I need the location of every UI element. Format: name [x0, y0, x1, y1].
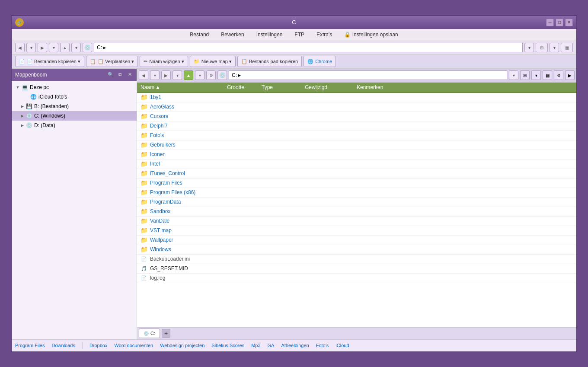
copy-button[interactable]: 📄 📄 Bestanden kopiëren ▾: [15, 56, 84, 67]
folder-icon: 📁: [141, 246, 147, 253]
file-row[interactable]: 📁 1by1: [137, 93, 576, 102]
back-dropdown-file[interactable]: ▾: [150, 70, 160, 80]
file-row[interactable]: 📁 Foto's: [137, 131, 576, 140]
refresh-file[interactable]: ⚙: [206, 70, 216, 80]
file-row[interactable]: 📄 log.log: [137, 274, 576, 283]
file-row[interactable]: 📁 ProgramData: [137, 198, 576, 207]
sidebar-item-icloud[interactable]: ▶ 🌐 iCloud-foto's: [12, 92, 137, 102]
forward-dropdown-file[interactable]: ▾: [173, 70, 182, 80]
view-split-top[interactable]: ▦: [561, 43, 573, 52]
address-dropdown-top[interactable]: ▾: [524, 43, 534, 52]
menu-bewerken[interactable]: Bewerken: [218, 31, 246, 38]
address-input-top[interactable]: [94, 43, 523, 52]
bookmark-sibelius-scores[interactable]: Sibelius Scores: [211, 343, 244, 348]
file-row[interactable]: 📁 Gebruikers: [137, 140, 576, 150]
up-button-file[interactable]: ▲: [184, 70, 193, 80]
up-dropdown-file[interactable]: ▾: [195, 70, 205, 80]
forward-dropdown-top[interactable]: ▾: [49, 43, 58, 52]
bookmark-downloads[interactable]: Downloads: [51, 343, 75, 348]
file-row[interactable]: 📁 Sandbox: [137, 207, 576, 217]
sidebar-item-b-drive[interactable]: ▶ 💾 B: (Bestanden): [12, 102, 137, 111]
forward-button-top[interactable]: ▶: [38, 43, 47, 52]
menu-instellingen[interactable]: Instellingen: [254, 31, 285, 38]
view-icons-btn[interactable]: ⊞: [520, 70, 530, 80]
copy-path-button[interactable]: 📋 Bestands-pad kopiëren: [237, 56, 302, 67]
file-row[interactable]: 📁 Windows: [137, 245, 576, 255]
sidebar-tree: ▼ 💻 Deze pc ▶ 🌐 iCloud-foto's ▶ 💾 B: (Be…: [12, 81, 137, 339]
bookmark-icloud[interactable]: iCloud: [336, 343, 349, 348]
sidebar-item-d-drive[interactable]: ▶ 💿 D: (Data): [12, 121, 137, 130]
maximize-button[interactable]: □: [556, 19, 563, 26]
col-header-name[interactable]: Naam ▲: [141, 84, 227, 90]
bookmark-ga[interactable]: GA: [268, 343, 275, 348]
sidebar-item-deze-pc[interactable]: ▼ 💻 Deze pc: [12, 83, 137, 92]
bookmark-program-files[interactable]: Program Files: [15, 343, 45, 348]
bookmark-webdesign-projecten[interactable]: Webdesign projecten: [160, 343, 205, 348]
menu-ftp[interactable]: FTP: [292, 31, 307, 38]
close-button[interactable]: ✕: [565, 19, 573, 26]
menu-bestand[interactable]: Bestand: [187, 31, 211, 38]
back-button-file[interactable]: ◀: [139, 70, 148, 80]
file-row[interactable]: 📁 VST map: [137, 226, 576, 236]
minimize-button[interactable]: ─: [546, 19, 554, 26]
back-button-top[interactable]: ◀: [15, 43, 25, 52]
file-row[interactable]: 📁 Cursors: [137, 112, 576, 121]
back-dropdown-top[interactable]: ▾: [26, 43, 36, 52]
col-header-size[interactable]: Grootte: [227, 84, 262, 90]
folder-icon: 📁: [141, 189, 147, 196]
app-icon: 🔗: [15, 18, 24, 27]
add-tab-button[interactable]: +: [162, 329, 170, 338]
tree-arrow-b: ▶: [19, 104, 25, 109]
view-btn-top[interactable]: ⊞: [536, 43, 548, 52]
rename-button[interactable]: ✏ Naam wijzigen ▾: [140, 56, 188, 67]
forward-button-file[interactable]: ▶: [161, 70, 171, 80]
file-row[interactable]: 📁 Wallpaper: [137, 236, 576, 245]
file-row[interactable]: 📄 BackupLoader.ini: [137, 255, 576, 264]
view-dropdown-top[interactable]: ▾: [550, 43, 559, 52]
file-row[interactable]: 📁 Iconen: [137, 150, 576, 160]
new-folder-button[interactable]: 📁 Nieuwe map ▾: [190, 56, 236, 67]
chrome-button[interactable]: 🌐 Chrome: [304, 56, 336, 67]
up-button-top[interactable]: ▲: [60, 43, 70, 52]
folder-icon: 📁: [141, 198, 147, 205]
bookmark-afbeeldingen[interactable]: Afbeeldingen: [281, 343, 309, 348]
file-row[interactable]: 📁 AeroGlass: [137, 102, 576, 112]
column-headers: Naam ▲ Grootte Type Gewijzigd Kenmerken: [137, 83, 576, 93]
col-header-type[interactable]: Type: [262, 84, 305, 90]
file-row[interactable]: 📁 iTunes_Control: [137, 169, 576, 179]
folder-icon: 📁: [141, 113, 147, 120]
move-button[interactable]: 📋 📋 Verplaatsen ▾: [86, 56, 138, 67]
file-address-dropdown[interactable]: ▾: [509, 70, 518, 80]
bookmark-foto's[interactable]: Foto's: [316, 343, 329, 348]
view-more-btn[interactable]: ▶: [565, 70, 575, 80]
col-header-attributes[interactable]: Kenmerken: [357, 84, 573, 90]
menu-extras[interactable]: Extra's: [314, 31, 335, 38]
copy-icon: 📄: [19, 59, 25, 64]
file-row[interactable]: 📁 Delphi7: [137, 121, 576, 131]
col-header-modified[interactable]: Gewijzigd: [305, 84, 357, 90]
sidebar-search-icon[interactable]: 🔍: [107, 71, 114, 78]
move-icon: 📋: [90, 59, 96, 64]
file-row[interactable]: 📁 Intel: [137, 160, 576, 169]
file-row[interactable]: 🎵 GS_RESET.MID: [137, 264, 576, 274]
view-split-btn[interactable]: ▦: [543, 70, 552, 80]
view-settings-btn[interactable]: ⚙: [554, 70, 563, 80]
menu-save-settings[interactable]: 🔒 Instellingen opslaan: [342, 31, 400, 38]
bookmark-word-documenten[interactable]: Word documenten: [114, 343, 153, 348]
sidebar-detach-icon[interactable]: ⧉: [117, 71, 124, 78]
c-drive-icon: 💿: [26, 112, 32, 119]
view-icons-dropdown[interactable]: ▾: [531, 70, 541, 80]
file-row[interactable]: 📁 VanDale: [137, 217, 576, 226]
sidebar-item-c-drive[interactable]: ▶ 💿 C: (Windows): [12, 111, 137, 121]
file-row[interactable]: 📁 Program Files (x86): [137, 188, 576, 198]
bookmark-dropbox[interactable]: Dropbox: [89, 343, 108, 348]
file-row[interactable]: 📁 Program Files: [137, 179, 576, 188]
tab-c-drive[interactable]: 💿 C:: [139, 329, 160, 338]
file-address-input[interactable]: [229, 70, 507, 80]
file-name: ProgramData: [150, 199, 232, 205]
up-dropdown-top[interactable]: ▾: [71, 43, 81, 52]
file-name: Wallpaper: [150, 237, 232, 243]
bookmark-mp3[interactable]: Mp3: [251, 343, 260, 348]
sidebar-close-icon[interactable]: ✕: [126, 71, 133, 78]
folder-icon: 📁: [141, 208, 147, 215]
